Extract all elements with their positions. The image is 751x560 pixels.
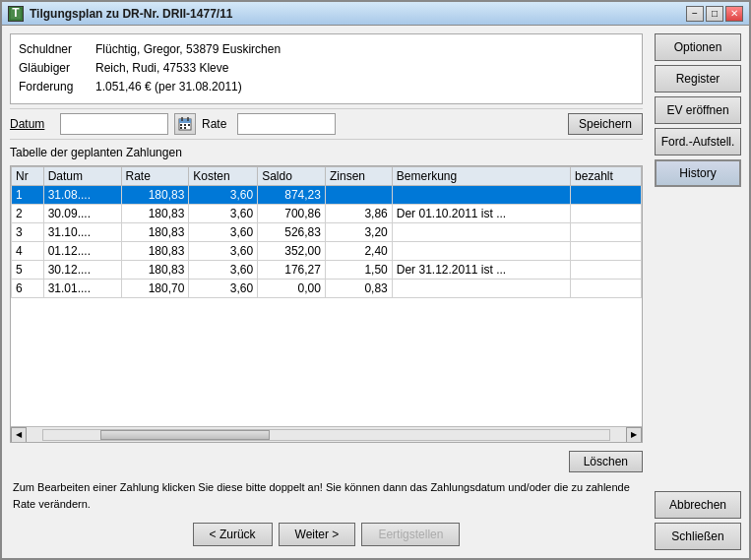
schuldner-row: Schuldner Flüchtig, Gregor, 53879 Euskir… <box>19 40 634 59</box>
rate-label: Rate <box>202 117 231 131</box>
table-cell: 3,86 <box>325 204 392 222</box>
table-cell: 2 <box>12 204 44 222</box>
abbrechen-button[interactable]: Abbrechen <box>655 491 741 519</box>
table-cell <box>571 279 642 297</box>
table-cell: 3,20 <box>325 222 392 241</box>
table-cell <box>392 241 570 260</box>
glaeubiger-label: Gläubiger <box>19 59 88 78</box>
table-cell: 180,83 <box>121 260 189 279</box>
table-cell: Der 01.10.2011 ist ... <box>392 204 570 222</box>
main-window: T Tilgungsplan zu DR-Nr. DRII-1477/11 − … <box>0 0 751 560</box>
horizontal-scrollbar[interactable] <box>42 429 610 441</box>
window-icon: T <box>8 6 24 22</box>
table-row[interactable]: 401.12....180,833,60352,002,40 <box>12 241 642 260</box>
table-cell: 0,83 <box>325 279 392 297</box>
ford-aufstell-button[interactable]: Ford.-Aufstell. <box>655 128 741 156</box>
ev-eroeffnen-button[interactable]: EV eröffnen <box>655 96 741 124</box>
bottom-section: Löschen Zum Bearbeiten einer Zahlung kli… <box>10 447 643 550</box>
table-row[interactable]: 631.01....180,703,600,000,83 <box>12 279 642 297</box>
table-cell: 6 <box>12 279 44 297</box>
hint-text: Zum Bearbeiten einer Zahlung klicken Sie… <box>10 476 643 515</box>
table-row[interactable]: 530.12....180,833,60176,271,50Der 31.12.… <box>12 260 642 279</box>
history-button[interactable]: History <box>655 159 741 187</box>
scrollbar-thumb[interactable] <box>100 430 271 440</box>
svg-rect-8 <box>188 124 190 126</box>
left-panel: Schuldner Flüchtig, Gregor, 53879 Euskir… <box>2 26 651 558</box>
table-cell: 874,23 <box>258 185 326 204</box>
table-cell: 1,50 <box>325 260 392 279</box>
svg-text:T: T <box>12 7 20 20</box>
loschen-button[interactable]: Löschen <box>569 451 643 472</box>
table-title: Tabelle der geplanten Zahlungen <box>10 144 643 161</box>
table-cell: 3,60 <box>189 222 258 241</box>
weiter-button[interactable]: Weiter > <box>279 523 356 546</box>
svg-rect-9 <box>180 127 182 129</box>
table-cell: 526,83 <box>258 222 326 241</box>
table-row[interactable]: 331.10....180,833,60526,833,20 <box>12 222 642 241</box>
forderung-value: 1.051,46 € (per 31.08.2011) <box>95 78 242 96</box>
calendar-button[interactable] <box>174 113 196 135</box>
table-cell: 31.08.... <box>43 185 121 204</box>
info-section: Schuldner Flüchtig, Gregor, 53879 Euskir… <box>10 33 643 104</box>
table-header-row: Nr Datum Rate Kosten Saldo Zinsen Bemerk… <box>12 166 642 185</box>
col-saldo: Saldo <box>258 166 326 185</box>
zurueck-button[interactable]: < Zurück <box>193 523 273 546</box>
col-zinsen: Zinsen <box>325 166 392 185</box>
table-cell: 180,83 <box>121 185 189 204</box>
table-row[interactable]: 131.08....180,833,60874,23 <box>12 185 642 204</box>
payments-table: Nr Datum Rate Kosten Saldo Zinsen Bemerk… <box>11 166 642 298</box>
schliessen-button[interactable]: Schließen <box>655 523 741 550</box>
table-cell: 5 <box>12 260 44 279</box>
table-cell <box>392 185 570 204</box>
table-cell: 01.12.... <box>43 241 121 260</box>
calendar-icon <box>178 117 192 131</box>
loschen-row: Löschen <box>10 451 643 472</box>
table-cell: Der 31.12.2011 ist ... <box>392 260 570 279</box>
right-bottom-buttons: Abbrechen Schließen <box>655 491 743 550</box>
glaeubiger-value: Reich, Rudi, 47533 Kleve <box>95 59 228 78</box>
speichern-button[interactable]: Speichern <box>568 113 643 135</box>
col-datum: Datum <box>43 166 121 185</box>
datum-label: Datum <box>10 117 54 131</box>
table-cell: 176,27 <box>258 260 326 279</box>
schuldner-label: Schuldner <box>19 40 88 59</box>
table-cell: 3 <box>12 222 44 241</box>
table-cell <box>571 260 642 279</box>
window-controls: − □ ✕ <box>686 6 743 22</box>
schuldner-value: Flüchtig, Gregor, 53879 Euskirchen <box>95 40 281 59</box>
table-cell: 180,83 <box>121 204 189 222</box>
table-cell <box>571 185 642 204</box>
table-cell: 31.01.... <box>43 279 121 297</box>
datum-input[interactable] <box>60 113 168 135</box>
svg-rect-7 <box>184 124 186 126</box>
table-cell: 352,00 <box>258 241 326 260</box>
maximize-button[interactable]: □ <box>706 6 723 22</box>
table-cell: 1 <box>12 185 44 204</box>
register-button[interactable]: Register <box>655 65 741 93</box>
table-cell <box>571 222 642 241</box>
optionen-button[interactable]: Optionen <box>655 33 741 61</box>
fertigstellen-button[interactable]: Eertigstellen <box>361 523 460 546</box>
scroll-left-button[interactable]: ◀ <box>11 427 27 443</box>
table-cell <box>571 241 642 260</box>
col-kosten: Kosten <box>189 166 258 185</box>
glaeubiger-row: Gläubiger Reich, Rudi, 47533 Kleve <box>19 59 634 78</box>
navigation-buttons: < Zurück Weiter > Eertigstellen <box>10 519 643 550</box>
table-wrapper[interactable]: Nr Datum Rate Kosten Saldo Zinsen Bemerk… <box>11 166 642 426</box>
scroll-right-button[interactable]: ▶ <box>626 427 642 443</box>
table-cell: 180,83 <box>121 241 189 260</box>
table-cell: 30.09.... <box>43 204 121 222</box>
col-bezahlt: bezahlt <box>571 166 642 185</box>
minimize-button[interactable]: − <box>686 6 704 22</box>
col-bemerkung: Bemerkung <box>392 166 570 185</box>
table-cell: 180,70 <box>121 279 189 297</box>
table-cell <box>325 185 392 204</box>
table-cell <box>571 204 642 222</box>
rate-input[interactable] <box>237 113 336 135</box>
table-cell <box>392 222 570 241</box>
table-cell: 3,60 <box>189 204 258 222</box>
table-cell: 4 <box>12 241 44 260</box>
table-row[interactable]: 230.09....180,833,60700,863,86Der 01.10.… <box>12 204 642 222</box>
close-button[interactable]: ✕ <box>725 6 743 22</box>
table-cell: 180,83 <box>121 222 189 241</box>
